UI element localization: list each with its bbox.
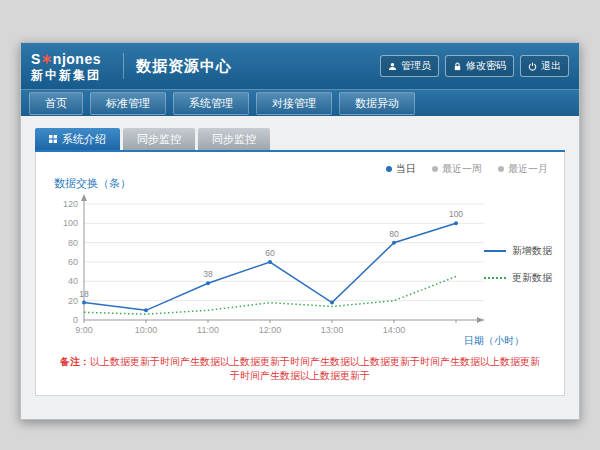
svg-text:60: 60 bbox=[68, 257, 78, 267]
svg-text:38: 38 bbox=[203, 269, 213, 279]
dotted-line-icon bbox=[484, 277, 506, 279]
chart-panel: 当日 最近一周 最近一月 数据交换（条） 0204060801001209:00… bbox=[35, 152, 565, 396]
header-actions: 管理员 修改密码 退出 bbox=[380, 55, 569, 77]
footnote: 备注：以上数据更新于时间产生数据以上数据更新于时间产生数据以上数据更新于时间产生… bbox=[36, 355, 564, 383]
header-divider bbox=[123, 53, 124, 79]
lock-icon bbox=[453, 62, 462, 71]
filter-today[interactable]: 当日 bbox=[386, 162, 416, 176]
today-dot-icon bbox=[386, 166, 392, 172]
svg-text:10:00: 10:00 bbox=[135, 325, 158, 335]
nav-item-integration-management[interactable]: 对接管理 bbox=[256, 92, 332, 115]
filter-last-month[interactable]: 最近一月 bbox=[498, 162, 548, 176]
svg-text:9:00: 9:00 bbox=[75, 325, 93, 335]
power-icon bbox=[528, 62, 537, 71]
brand-logo: S njones 新中新集团 bbox=[31, 52, 101, 81]
brand-logo-chinese: 新中新集团 bbox=[31, 69, 101, 81]
user-icon bbox=[388, 62, 397, 71]
nav-item-home[interactable]: 首页 bbox=[29, 92, 83, 115]
filter-last-week-label: 最近一周 bbox=[442, 162, 482, 176]
y-axis-title: 数据交换（条） bbox=[54, 176, 131, 191]
nav-item-system-management[interactable]: 系统管理 bbox=[173, 92, 249, 115]
svg-text:18: 18 bbox=[79, 289, 89, 299]
last-month-dot-icon bbox=[498, 166, 504, 172]
tab-sync-monitor-1-label: 同步监控 bbox=[137, 132, 181, 147]
last-week-dot-icon bbox=[432, 166, 438, 172]
admin-user-label: 管理员 bbox=[401, 59, 431, 73]
svg-text:14:00: 14:00 bbox=[383, 325, 406, 335]
app-title: 数据资源中心 bbox=[136, 57, 232, 76]
svg-text:日期（小时）: 日期（小时） bbox=[464, 335, 524, 346]
legend-update-data-label: 更新数据 bbox=[512, 271, 552, 285]
filter-today-label: 当日 bbox=[396, 162, 416, 176]
series-legend: 新增数据 更新数据 bbox=[484, 244, 552, 298]
svg-text:120: 120 bbox=[63, 199, 78, 209]
logout-label: 退出 bbox=[541, 59, 561, 73]
content-area: 系统介绍 同步监控 同步监控 当日 最近一周 bbox=[21, 116, 579, 396]
main-nav: 首页 标准管理 系统管理 对接管理 数据异动 bbox=[21, 89, 579, 116]
legend-new-data-label: 新增数据 bbox=[512, 244, 552, 258]
svg-text:80: 80 bbox=[389, 229, 399, 239]
legend-update-data: 更新数据 bbox=[484, 271, 552, 285]
filter-last-week[interactable]: 最近一周 bbox=[432, 162, 482, 176]
filter-last-month-label: 最近一月 bbox=[508, 162, 548, 176]
solid-line-icon bbox=[484, 250, 506, 252]
change-password-label: 修改密码 bbox=[466, 59, 506, 73]
logo-prefix: S bbox=[31, 52, 41, 66]
nav-item-data-changes[interactable]: 数据异动 bbox=[339, 92, 415, 115]
svg-text:13:00: 13:00 bbox=[321, 325, 344, 335]
app-window: S njones 新中新集团 数据资源中心 管理员 修改密码 bbox=[20, 42, 580, 420]
grid-icon bbox=[49, 135, 57, 143]
logout-button[interactable]: 退出 bbox=[520, 55, 569, 77]
tab-sync-monitor-2-label: 同步监控 bbox=[212, 132, 256, 147]
svg-text:40: 40 bbox=[68, 276, 78, 286]
change-password-button[interactable]: 修改密码 bbox=[445, 55, 514, 77]
svg-text:100: 100 bbox=[63, 218, 78, 228]
legend-new-data: 新增数据 bbox=[484, 244, 552, 258]
svg-text:0: 0 bbox=[73, 315, 78, 325]
brand-logo-text: S njones bbox=[31, 52, 101, 66]
footnote-label: 备注： bbox=[60, 356, 90, 367]
logo-flower-icon bbox=[42, 54, 52, 64]
tab-sync-monitor-2[interactable]: 同步监控 bbox=[198, 128, 270, 150]
tab-bar: 系统介绍 同步监控 同步监控 bbox=[35, 128, 565, 150]
tab-sync-monitor-1[interactable]: 同步监控 bbox=[123, 128, 195, 150]
svg-text:60: 60 bbox=[265, 248, 275, 258]
admin-user-button[interactable]: 管理员 bbox=[380, 55, 439, 77]
nav-item-standard-management[interactable]: 标准管理 bbox=[90, 92, 166, 115]
svg-text:100: 100 bbox=[449, 209, 463, 219]
app-header: S njones 新中新集团 数据资源中心 管理员 修改密码 bbox=[21, 43, 579, 89]
line-chart: 0204060801001209:0010:0011:0012:0013:001… bbox=[44, 192, 544, 352]
svg-text:11:00: 11:00 bbox=[197, 325, 219, 335]
svg-text:12:00: 12:00 bbox=[259, 325, 282, 335]
tab-system-intro[interactable]: 系统介绍 bbox=[35, 128, 120, 150]
time-filter-legend: 当日 最近一周 最近一月 bbox=[386, 162, 548, 176]
svg-text:80: 80 bbox=[68, 238, 78, 248]
logo-suffix: njones bbox=[53, 52, 101, 66]
svg-text:20: 20 bbox=[68, 296, 78, 306]
footnote-text: 以上数据更新于时间产生数据以上数据更新于时间产生数据以上数据更新于时间产生数据以… bbox=[90, 356, 540, 381]
tab-system-intro-label: 系统介绍 bbox=[62, 132, 106, 147]
